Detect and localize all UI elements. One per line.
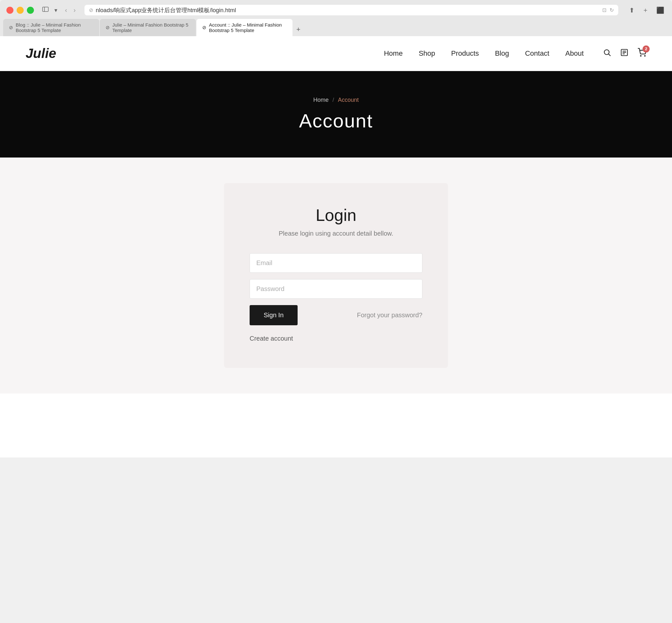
svg-point-9	[644, 55, 645, 56]
address-bar-actions: ⊡ ↻	[602, 7, 614, 13]
svg-line-3	[609, 54, 611, 56]
hero-section: Home / Account Account	[0, 71, 672, 157]
password-input[interactable]	[250, 279, 422, 299]
hero-title: Account	[0, 110, 672, 132]
tab-1-icon: ⊘	[9, 25, 13, 30]
browser-tabs: ⊘ Blog :: Julie – Minimal Fashion Bootst…	[0, 19, 672, 36]
share-button[interactable]: ⬆	[628, 5, 636, 16]
forgot-password-link[interactable]: Forgot your password?	[357, 312, 422, 319]
close-window-button[interactable]	[6, 7, 13, 14]
tab-1-label: Blog :: Julie – Minimal Fashion Bootstra…	[16, 22, 93, 33]
svg-point-2	[604, 50, 609, 54]
nav-shop[interactable]: Shop	[419, 49, 435, 58]
login-title: Login	[250, 206, 422, 225]
login-subtitle: Please login using account detail bellow…	[250, 230, 422, 237]
svg-point-8	[640, 55, 641, 56]
tab-3-label: Account :: Julie – Minimal Fashion Boots…	[209, 22, 287, 33]
url-input[interactable]	[96, 7, 602, 13]
site-header: Julie Home Shop Products Blog Contact Ab…	[0, 36, 672, 71]
site-logo[interactable]: Julie	[26, 46, 56, 61]
nav-contact[interactable]: Contact	[525, 49, 549, 58]
translate-icon[interactable]: ⊡	[602, 7, 606, 13]
header-actions: 2	[603, 48, 646, 59]
window-controls: ▾	[40, 6, 59, 14]
cart-button[interactable]: 2	[637, 48, 646, 59]
tab-1[interactable]: ⊘ Blog :: Julie – Minimal Fashion Bootst…	[3, 19, 99, 36]
login-card: Login Please login using account detail …	[224, 183, 448, 368]
cart-badge: 2	[643, 46, 650, 53]
browser-window: ▾ ‹ › ⊘ ⊡ ↻ ⬆ ＋ ⬛ ⊘ Blog :: Julie – Mini…	[0, 0, 672, 36]
account-button[interactable]	[620, 48, 629, 59]
nav-home[interactable]: Home	[384, 49, 403, 58]
breadcrumb: Home / Account	[0, 97, 672, 103]
forward-button[interactable]: ›	[71, 6, 79, 14]
tab-list-button[interactable]: ⬛	[655, 5, 666, 16]
form-actions: Sign In Forgot your password?	[250, 305, 422, 325]
tab-2-label: Julie – Minimal Fashion Bootstrap 5 Temp…	[112, 22, 190, 33]
page-footer-space	[0, 393, 672, 457]
search-button[interactable]	[603, 48, 611, 59]
titlebar: ▾ ‹ › ⊘ ⊡ ↻ ⬆ ＋ ⬛	[0, 0, 672, 19]
nav-about[interactable]: About	[566, 49, 584, 58]
breadcrumb-home-link[interactable]: Home	[313, 97, 329, 103]
traffic-lights	[6, 7, 34, 14]
address-bar[interactable]: ⊘ ⊡ ↻	[85, 5, 618, 16]
page-wrapper: Julie Home Shop Products Blog Contact Ab…	[0, 36, 672, 457]
login-section: Login Please login using account detail …	[0, 157, 672, 393]
tab-3[interactable]: ⊘ Account :: Julie – Minimal Fashion Boo…	[196, 19, 293, 36]
refresh-icon[interactable]: ↻	[610, 7, 614, 13]
tab-2-icon: ⊘	[105, 25, 110, 30]
browser-toolbar-right: ⬆ ＋ ⬛	[628, 4, 666, 16]
breadcrumb-separator: /	[333, 97, 334, 103]
nav-products[interactable]: Products	[451, 49, 479, 58]
new-tab-plus-button[interactable]: +	[293, 24, 304, 35]
tab-2[interactable]: ⊘ Julie – Minimal Fashion Bootstrap 5 Te…	[100, 19, 196, 36]
secure-icon: ⊘	[89, 7, 93, 13]
breadcrumb-current: Account	[338, 97, 359, 103]
svg-rect-0	[42, 7, 48, 11]
back-button[interactable]: ‹	[62, 6, 70, 14]
minimize-window-button[interactable]	[17, 7, 24, 14]
tab-overview-button[interactable]: ▾	[53, 6, 59, 14]
create-account-link[interactable]: Create account	[250, 335, 422, 342]
nav-blog[interactable]: Blog	[495, 49, 509, 58]
sidebar-toggle-button[interactable]	[40, 6, 51, 14]
maximize-window-button[interactable]	[27, 7, 34, 14]
new-tab-button[interactable]: ＋	[641, 4, 650, 16]
tab-3-icon: ⊘	[202, 25, 206, 30]
nav-arrows: ‹ ›	[62, 6, 78, 14]
sign-in-button[interactable]: Sign In	[250, 305, 298, 325]
main-nav: Home Shop Products Blog Contact About	[384, 49, 584, 58]
email-input[interactable]	[250, 253, 422, 273]
